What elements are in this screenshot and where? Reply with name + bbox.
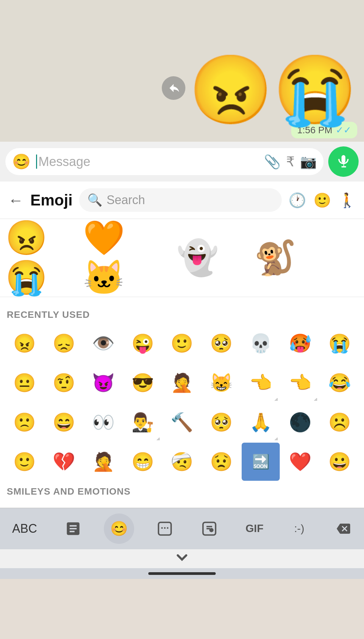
emoji-picker-icon[interactable]: 😊 [12, 153, 31, 170]
keyboard-bottom-bar: ABC 😊 GIF :-) [0, 508, 364, 549]
emoji-pray[interactable]: 🙏 [242, 403, 280, 441]
recently-used-label: RECENTLY USED [5, 304, 359, 324]
emoji-broken-heart[interactable]: 💔 [45, 443, 83, 481]
smiley-category-icon[interactable]: 🙂 [313, 192, 331, 209]
emoji-neutral[interactable]: 😐 [5, 364, 43, 402]
rupee-icon[interactable]: ₹ [286, 154, 295, 169]
emoji-skull[interactable]: 💀 [242, 324, 280, 362]
emoji-devil[interactable]: 😈 [84, 364, 122, 402]
emoji-grin[interactable]: 😀 [321, 443, 359, 481]
emoji-worried[interactable]: 🥺 [202, 403, 240, 441]
emoji-cry[interactable]: 😭 [321, 324, 359, 362]
gif-button[interactable]: GIF [240, 517, 269, 540]
message-placeholder[interactable]: Message [36, 155, 259, 169]
emoji-dark-moon[interactable]: 🌑 [281, 403, 319, 441]
sticker-button[interactable] [59, 517, 87, 540]
emoji-pleading[interactable]: 🥺 [202, 324, 240, 362]
emoji-point-left-2[interactable]: 👈 [281, 364, 319, 402]
emoji-smile[interactable]: 🙂 [163, 324, 201, 362]
memoji-button[interactable] [151, 517, 179, 540]
recent-clock-icon[interactable]: 🕐 [289, 192, 306, 209]
backspace-button[interactable] [330, 517, 357, 540]
mic-button[interactable] [328, 146, 359, 177]
message-input-box[interactable]: 😊 Message 📎 ₹ 📷 [5, 148, 324, 175]
emoji-judge[interactable]: 👨‍⚖️ [124, 403, 162, 441]
emoji-salute[interactable]: 🤦 [84, 443, 122, 481]
emoji-sunglasses[interactable]: 😎 [124, 364, 162, 402]
nav-bar [148, 572, 216, 575]
emoji-red-heart[interactable]: ❤️ [281, 443, 319, 481]
attach-icon[interactable]: 📎 [264, 154, 281, 170]
emoji-grid-container: RECENTLY USED 😠 😞 👁️ 😜 🙂 🥺 💀 🥵 😭 😐 🤨 😈 😎… [0, 297, 364, 508]
emoji-distressed[interactable]: 😟 [202, 443, 240, 481]
emoji-sad[interactable]: 😞 [45, 324, 83, 362]
emoji-raised-eyebrow[interactable]: 🤨 [45, 364, 83, 402]
emoji-hammer[interactable]: 🔨 [163, 403, 201, 441]
emoji-cat-tears[interactable]: 😸 [202, 364, 240, 402]
emoji-search-box[interactable]: 🔍 Search [79, 188, 282, 212]
abc-button[interactable]: ABC [7, 517, 42, 540]
emoji-bandage[interactable]: 🤕 [163, 443, 201, 481]
message-emoji: 😠😭 [189, 56, 357, 123]
emoji-soon[interactable]: 🔜 [242, 443, 280, 481]
emoji-slightly-sad[interactable]: 🙁 [5, 403, 43, 441]
emoji-slight-smile[interactable]: 🙂 [5, 443, 43, 481]
smileys-emotions-label: SMILEYS AND EMOTIONS [5, 481, 359, 501]
kaomoji-button[interactable]: :-) [286, 517, 313, 540]
emoji-facepalm[interactable]: 🤦 [163, 364, 201, 402]
emoji-grinning[interactable]: 😁 [124, 443, 162, 481]
recently-used-grid: 😠 😞 👁️ 😜 🙂 🥺 💀 🥵 😭 😐 🤨 😈 😎 🤦 😸 👈 👈 😂 🙁 😄… [5, 324, 359, 481]
suggestion-2[interactable]: 🧡🐱 [83, 226, 157, 290]
emoji-button[interactable]: 😊 [104, 513, 134, 544]
emoji-eye[interactable]: 👁️ [84, 324, 122, 362]
sticker2-button[interactable] [195, 517, 223, 540]
dropdown-chevron-area[interactable] [0, 549, 364, 568]
emoji-point-left-1[interactable]: 👈 [242, 364, 280, 402]
emoji-wink[interactable]: 😜 [124, 324, 162, 362]
emoji-angry[interactable]: 😠 [5, 324, 43, 362]
emoji-beam[interactable]: 😄 [45, 403, 83, 441]
search-placeholder: Search [107, 193, 145, 207]
chat-background: 😠😭 1:56 PM ✓✓ [0, 0, 364, 142]
input-actions: 📎 ₹ 📷 [264, 154, 317, 170]
message-bubble: 😠😭 1:56 PM ✓✓ [189, 56, 357, 138]
suggestion-4[interactable]: 🐒 [238, 226, 312, 290]
reply-icon[interactable] [162, 76, 185, 100]
camera-icon[interactable]: 📷 [300, 154, 317, 170]
emoji-suggestions-row: 😠😭 🧡🐱 👻 🐒 [0, 219, 364, 297]
emoji-frowning[interactable]: ☹️ [321, 403, 359, 441]
svg-point-2 [209, 528, 214, 532]
emoji-panel-header: ← Emoji 🔍 Search 🕐 🙂 🚶 [0, 182, 364, 219]
emoji-panel-title: Emoji [30, 191, 72, 209]
header-icons: 🕐 🙂 🚶 [289, 192, 356, 209]
message-input-area: 😊 Message 📎 ₹ 📷 [0, 142, 364, 182]
suggestion-1[interactable]: 😠😭 [5, 226, 80, 290]
search-icon: 🔍 [87, 193, 102, 207]
nav-indicator [0, 568, 364, 579]
emoji-hot[interactable]: 🥵 [281, 324, 319, 362]
emoji-eyes[interactable]: 👀 [84, 403, 122, 441]
suggestion-3[interactable]: 👻 [160, 226, 235, 290]
back-button[interactable]: ← [8, 191, 24, 209]
person-category-icon[interactable]: 🚶 [338, 192, 356, 209]
emoji-laugh[interactable]: 😂 [321, 364, 359, 402]
